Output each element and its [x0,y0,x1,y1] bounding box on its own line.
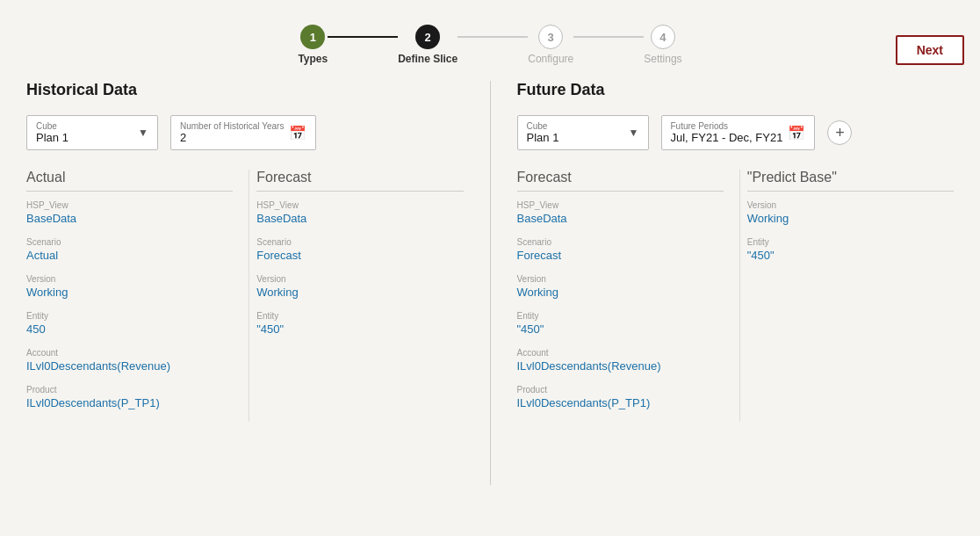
future-forecast-title: Forecast [517,170,724,192]
future-forecast-hsp-view: HSP_View BaseData [517,200,724,225]
historical-controls: Cube Plan 1 ▼ Number of Historical Years… [26,115,464,150]
step-4-circle[interactable]: 4 [651,25,675,49]
historical-forecast-column: Forecast HSP_View BaseData Scenario Fore… [249,170,463,422]
predict-base-entity: Entity "450" [747,237,954,262]
step-3-label: Configure [528,53,573,65]
next-button[interactable]: Next [896,35,964,65]
historical-actual-column: Actual HSP_View BaseData Scenario Actual… [26,170,249,422]
historical-cube-dropdown-icon: ▼ [138,127,148,139]
forecast-column-title: Forecast [256,170,463,192]
step-line-2-3 [458,36,528,38]
future-forecast-scenario: Scenario Forecast [517,237,724,262]
step-2-label: Define Slice [398,53,458,65]
forecast-entity: Entity "450" [256,311,463,336]
future-calendar-icon: 📅 [788,125,805,141]
future-forecast-entity: Entity "450" [517,311,724,336]
actual-entity: Entity 450 [26,311,233,336]
historical-cube-select[interactable]: Cube Plan 1 ▼ [26,115,158,150]
actual-product: Product ILvl0Descendants(P_TP1) [26,385,233,409]
future-forecast-column: Forecast HSP_View BaseData Scenario Fore… [517,170,739,422]
future-controls: Cube Plan 1 ▼ Future Periods Jul, FY21 -… [517,115,955,150]
add-future-period-button[interactable]: + [827,120,852,145]
historical-columns: Actual HSP_View BaseData Scenario Actual… [26,170,464,422]
actual-version: Version Working [26,274,233,299]
future-columns: Forecast HSP_View BaseData Scenario Fore… [517,170,955,422]
step-2: 2 Define Slice [398,25,458,65]
future-periods-input[interactable]: Future Periods Jul, FY21 - Dec, FY21 📅 [661,115,816,150]
predict-base-version: Version Working [747,200,954,225]
actual-account: Account ILvl0Descendants(Revenue) [26,348,233,373]
step-1-label: Types [298,53,328,65]
stepper: 1 Types 2 Define Slice 3 Configure 4 Set… [0,0,980,81]
step-1-circle[interactable]: 1 [300,25,325,49]
step-4-label: Settings [644,53,681,65]
future-title: Future Data [517,81,955,99]
future-forecast-account: Account ILvl0Descendants(Revenue) [517,348,724,373]
content-area: Historical Data Cube Plan 1 ▼ Number of … [0,81,980,485]
step-line-1-2 [328,36,398,38]
forecast-scenario: Scenario Forecast [256,237,463,262]
section-divider [490,81,491,485]
calendar-icon: 📅 [289,125,306,141]
main-container: 1 Types 2 Define Slice 3 Configure 4 Set… [0,0,980,536]
actual-scenario: Scenario Actual [26,237,233,262]
forecast-hsp-view: HSP_View BaseData [256,200,463,225]
historical-years-input[interactable]: Number of Historical Years 2 📅 [170,115,316,150]
future-forecast-version: Version Working [517,274,724,299]
actual-column-title: Actual [26,170,233,192]
historical-section: Historical Data Cube Plan 1 ▼ Number of … [26,81,464,485]
step-1: 1 Types [298,25,328,65]
step-2-circle[interactable]: 2 [415,25,440,49]
predict-base-column: "Predict Base" Version Working Entity "4… [739,170,954,422]
future-section: Future Data Cube Plan 1 ▼ Future Periods… [517,81,955,485]
future-cube-dropdown-icon: ▼ [629,127,639,139]
future-cube-select[interactable]: Cube Plan 1 ▼ [517,115,649,150]
step-3: 3 Configure [528,25,573,65]
predict-base-title: "Predict Base" [747,170,954,192]
future-forecast-product: Product ILvl0Descendants(P_TP1) [517,385,724,409]
step-3-circle[interactable]: 3 [538,25,563,49]
actual-hsp-view: HSP_View BaseData [26,200,233,225]
historical-title: Historical Data [26,81,464,99]
step-4: 4 Settings [644,25,681,65]
step-line-3-4 [573,36,644,38]
forecast-version: Version Working [256,274,463,299]
